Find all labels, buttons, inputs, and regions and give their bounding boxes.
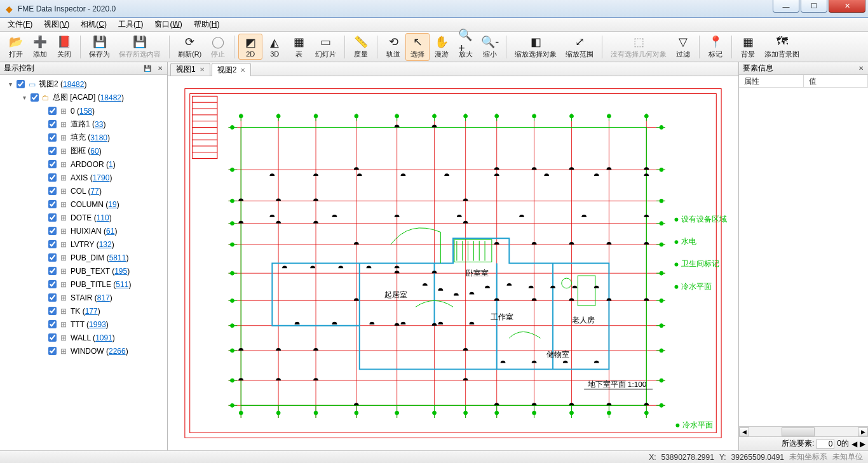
scroll-left-icon[interactable]: ◀ (739, 427, 749, 436)
layer-checkbox[interactable] (48, 133, 57, 142)
close-button[interactable]: 📕关闭 (52, 33, 76, 61)
property-hscroll[interactable]: ◀ ▶ (739, 426, 868, 436)
tab-close-icon[interactable]: ✕ (240, 67, 245, 74)
selection-next-icon[interactable]: ▶ (860, 440, 865, 448)
layer-count[interactable]: 1 (109, 160, 113, 169)
layer-count[interactable]: 177 (85, 307, 98, 316)
layer-checkbox[interactable] (31, 93, 39, 102)
tree-layer-17[interactable]: ⊞WALL ( 1091 ) (1, 331, 166, 344)
menu-h[interactable]: 帮助(H) (189, 18, 225, 31)
layer-count[interactable]: 511 (116, 280, 128, 289)
tree-layer-1[interactable]: ⊞道路1 ( 33 ) (1, 117, 166, 131)
layer-checkbox[interactable] (48, 320, 57, 328)
twisty-icon[interactable]: ▾ (6, 81, 14, 88)
layer-checkbox[interactable] (48, 147, 57, 155)
tree-layer-16[interactable]: ⊞TTT ( 1993 ) (1, 318, 166, 331)
view-tab-0[interactable]: 视图1✕ (170, 63, 210, 76)
layer-count[interactable]: 33 (95, 120, 103, 129)
tree-layer-15[interactable]: ⊞TK ( 177 ) (1, 304, 166, 318)
layer-count[interactable]: 195 (114, 267, 127, 276)
scroll-thumb[interactable] (782, 427, 814, 436)
3d-button[interactable]: ◭3D (262, 34, 287, 60)
tree-layer-0[interactable]: ⊞0 ( 158 ) (1, 104, 166, 117)
minimize-button[interactable]: — (773, 0, 799, 13)
zoomout-button[interactable]: 🔍-缩小 (478, 33, 502, 61)
layer-checkbox[interactable] (48, 213, 57, 222)
refresh-button[interactable]: ⟳刷新(R) (173, 33, 206, 61)
layer-checkbox[interactable] (48, 280, 57, 288)
layer-checkbox[interactable] (48, 107, 57, 115)
saveas-button[interactable]: 💾保存为 (85, 33, 114, 61)
tree-layer-3[interactable]: ⊞图框 ( 60 ) (1, 144, 166, 158)
layer-count[interactable]: 158 (79, 107, 92, 116)
layer-count[interactable]: 5811 (109, 253, 126, 262)
tree-layer-14[interactable]: ⊞STAIR ( 817 ) (1, 291, 166, 304)
menu-t[interactable]: 工具(T) (113, 18, 148, 31)
layer-checkbox[interactable] (48, 160, 57, 168)
scroll-right-icon[interactable]: ▶ (858, 427, 868, 436)
mark-button[interactable]: 📍标记 (703, 33, 728, 61)
panel-close-icon[interactable]: ✕ (154, 63, 166, 73)
layer-tree[interactable]: ▾▭视图2 ( 18482 )▾🗀总图 [ACAD] ( 18482 )⊞0 (… (0, 75, 167, 450)
tree-root-view[interactable]: ▾▭视图2 ( 18482 ) (1, 77, 166, 91)
zoomin-button[interactable]: 🔍+放大 (454, 33, 478, 61)
layer-count[interactable]: 19 (108, 200, 116, 209)
view-tab-1[interactable]: 视图2✕ (212, 63, 252, 76)
filter-button[interactable]: ▽过滤 (671, 33, 695, 61)
layer-checkbox[interactable] (48, 120, 57, 128)
layer-count[interactable]: 3180 (90, 133, 107, 142)
layer-checkbox[interactable] (48, 347, 57, 355)
layer-checkbox[interactable] (48, 253, 57, 262)
maximize-button[interactable]: ☐ (801, 0, 827, 13)
layer-count[interactable]: 1993 (89, 320, 106, 329)
layer-count[interactable]: 1790 (93, 173, 110, 182)
orbit-button[interactable]: ⟲轨道 (381, 33, 405, 61)
tree-layer-10[interactable]: ⊞LVTRY ( 132 ) (1, 238, 166, 251)
layer-checkbox[interactable] (48, 307, 57, 315)
menu-c[interactable]: 相机(C) (76, 18, 112, 31)
layer-checkbox[interactable] (17, 80, 25, 88)
layer-checkbox[interactable] (48, 227, 57, 235)
layer-count[interactable]: 110 (97, 213, 109, 222)
add-background-button[interactable]: 🗺添加背景图 (760, 33, 804, 61)
layer-count[interactable]: 132 (99, 240, 112, 249)
table-button[interactable]: ▦表 (287, 33, 311, 61)
layer-count[interactable]: 817 (97, 293, 110, 302)
layer-checkbox[interactable] (48, 240, 57, 248)
layer-checkbox[interactable] (48, 173, 57, 182)
tree-dataset[interactable]: ▾🗀总图 [ACAD] ( 18482 ) (1, 91, 166, 104)
layer-checkbox[interactable] (48, 333, 57, 342)
measure-button[interactable]: 📏度量 (349, 33, 373, 61)
tree-layer-8[interactable]: ⊞DOTE ( 110 ) (1, 211, 166, 224)
open-button[interactable]: 📂打开 (4, 33, 28, 61)
background-button[interactable]: ▦背景 (736, 33, 760, 61)
tree-layer-9[interactable]: ⊞HUIXIAN ( 61 ) (1, 224, 166, 238)
layer-checkbox[interactable] (48, 187, 57, 195)
slideshow-button[interactable]: ▭幻灯片 (311, 33, 341, 61)
tab-close-icon[interactable]: ✕ (200, 66, 205, 73)
zoom-extents-button[interactable]: ⤢缩放范围 (561, 33, 598, 61)
selection-count-input[interactable] (817, 439, 834, 449)
tree-layer-5[interactable]: ⊞AXIS ( 1790 ) (1, 171, 166, 184)
layer-count[interactable]: 1091 (95, 333, 112, 342)
feature-info-close-icon[interactable]: ✕ (855, 63, 867, 73)
tree-layer-13[interactable]: ⊞PUB_TITLE ( 511 ) (1, 278, 166, 291)
tree-layer-2[interactable]: ⊞填充 ( 3180 ) (1, 131, 166, 144)
tree-layer-11[interactable]: ⊞PUB_DIM ( 5811 ) (1, 251, 166, 264)
tree-layer-6[interactable]: ⊞COL ( 77 ) (1, 184, 166, 198)
zoom-selected-button[interactable]: ◧缩放选择对象 (510, 33, 561, 61)
tree-layer-7[interactable]: ⊞COLUMN ( 19 ) (1, 198, 166, 211)
selection-prev-icon[interactable]: ◀ (851, 440, 857, 448)
menu-v[interactable]: 视图(V) (39, 18, 74, 31)
menu-f[interactable]: 文件(F) (3, 18, 37, 31)
menu-w[interactable]: 窗口(W) (149, 18, 187, 31)
layer-count[interactable]: 77 (91, 187, 99, 196)
layer-count[interactable]: 18482 (100, 93, 121, 102)
panel-save-icon[interactable]: 💾 (142, 63, 153, 73)
layer-checkbox[interactable] (48, 200, 57, 208)
select-button[interactable]: ↖选择 (405, 33, 430, 61)
layer-count[interactable]: 60 (90, 147, 98, 156)
drawing-canvas[interactable]: 起居室卧室室工作室老人房储物室地下室平面 1:100设有设备区域水电卫生间标记冷… (168, 76, 738, 450)
layer-count[interactable]: 61 (106, 227, 114, 236)
2d-button[interactable]: ◩2D (238, 34, 262, 60)
